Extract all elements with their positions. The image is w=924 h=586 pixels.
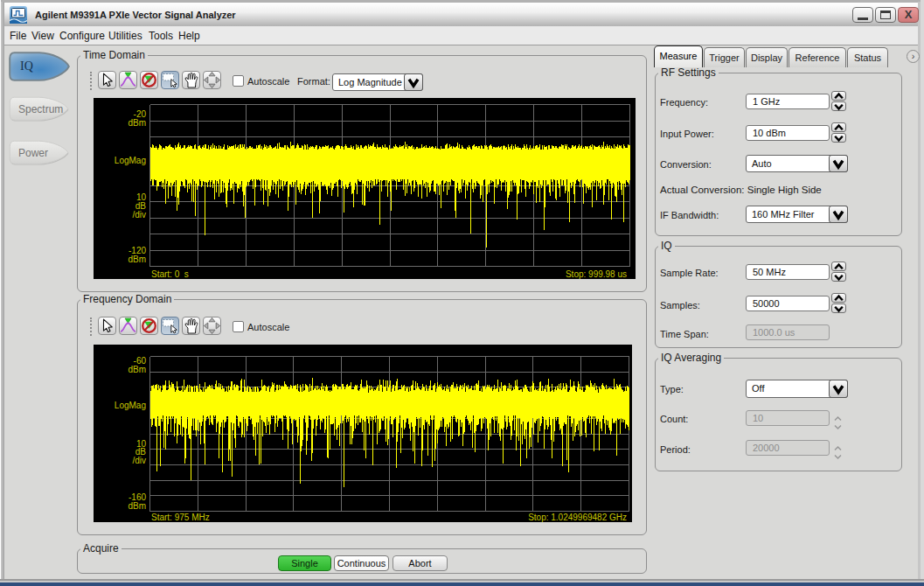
svg-text:/div: /div bbox=[132, 210, 146, 220]
svg-text:Start: 975 MHz: Start: 975 MHz bbox=[151, 513, 210, 522]
svg-text:Stop: 1.0249969482 GHz: Stop: 1.0249969482 GHz bbox=[528, 513, 627, 522]
svg-text:dBm: dBm bbox=[128, 365, 146, 374]
svg-text:dBm: dBm bbox=[128, 501, 146, 511]
svg-text:/div: /div bbox=[132, 456, 146, 465]
svg-text:LogMag: LogMag bbox=[115, 156, 146, 165]
svg-text:dBm: dBm bbox=[128, 118, 146, 128]
svg-text:Start: 0 s: Start: 0 s bbox=[151, 269, 189, 279]
svg-text:Stop: 999.98 us: Stop: 999.98 us bbox=[566, 269, 627, 279]
svg-text:LogMag: LogMag bbox=[115, 401, 146, 410]
svg-text:dBm: dBm bbox=[128, 255, 146, 264]
